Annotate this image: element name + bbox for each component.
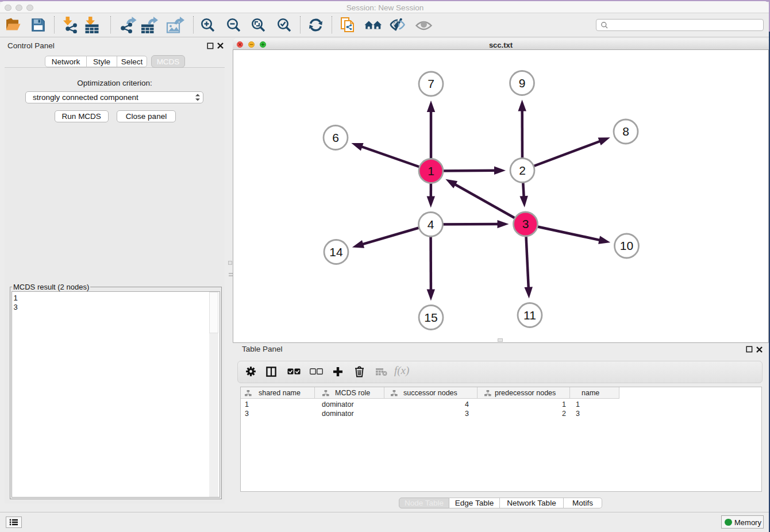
svg-text:11: 11 — [523, 309, 536, 322]
svg-text:7: 7 — [428, 77, 434, 90]
svg-text:14: 14 — [329, 245, 343, 259]
svg-text:10: 10 — [620, 239, 633, 252]
svg-text:3: 3 — [522, 217, 529, 230]
svg-text:9: 9 — [519, 76, 526, 90]
svg-text:6: 6 — [332, 131, 339, 144]
svg-text:4: 4 — [428, 218, 434, 231]
svg-text:15: 15 — [424, 311, 437, 324]
svg-text:8: 8 — [622, 125, 629, 138]
svg-text:1: 1 — [428, 164, 434, 178]
svg-text:2: 2 — [519, 164, 526, 177]
